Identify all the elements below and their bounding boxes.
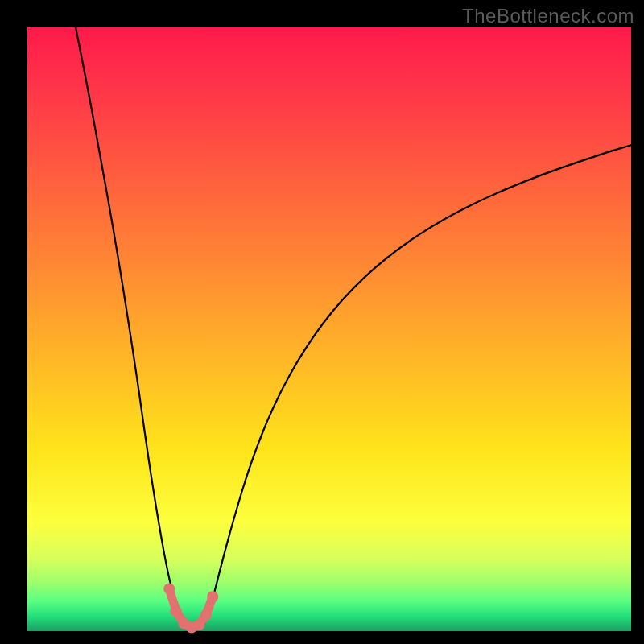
bottleneck-curve-left [76, 27, 183, 624]
valley-marker-dot [171, 605, 182, 617]
valley-marker-dot [194, 619, 205, 630]
bottleneck-curve-right [204, 145, 631, 624]
watermark-text: TheBottleneck.com [462, 5, 634, 27]
valley-marker-dot [207, 591, 218, 602]
valley-marker-dot [200, 609, 212, 621]
chart-frame: TheBottleneck.com [0, 0, 644, 644]
plot-area [27, 27, 631, 631]
curve-layer [27, 27, 631, 631]
valley-marker-dot [163, 584, 175, 595]
